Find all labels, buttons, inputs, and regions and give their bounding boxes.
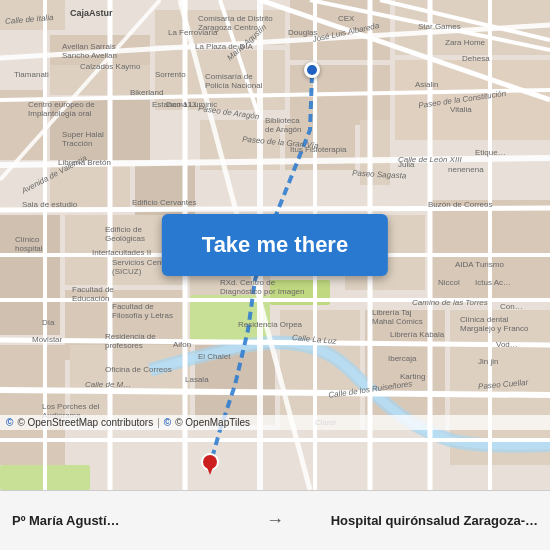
svg-rect-24 — [0, 345, 65, 465]
to-stop-label: Hospital quirónsalud Zaragoza-… — [292, 513, 538, 528]
svg-rect-1 — [0, 0, 65, 30]
from-stop-label: Pº María Agustí… — [12, 513, 258, 528]
map-container: CajaAstur La Ferroviaria Comisaría de Di… — [0, 0, 550, 490]
omt-attribution: © OpenMapTiles — [175, 417, 250, 428]
start-marker — [304, 62, 320, 78]
osm-attribution: © OpenStreetMap contributors — [17, 417, 153, 428]
take-me-there-button[interactable]: Take me there — [162, 214, 388, 276]
bottom-navigation-bar: Pº María Agustí… → Hospital quirónsalud … — [0, 490, 550, 550]
svg-rect-12 — [50, 165, 130, 210]
svg-rect-16 — [360, 120, 390, 185]
map-attribution: © © OpenStreetMap contributors | © © Ope… — [0, 415, 550, 430]
svg-line-36 — [0, 208, 550, 210]
direction-arrow: → — [258, 510, 292, 531]
svg-rect-10 — [155, 50, 285, 110]
svg-rect-17 — [0, 215, 60, 335]
